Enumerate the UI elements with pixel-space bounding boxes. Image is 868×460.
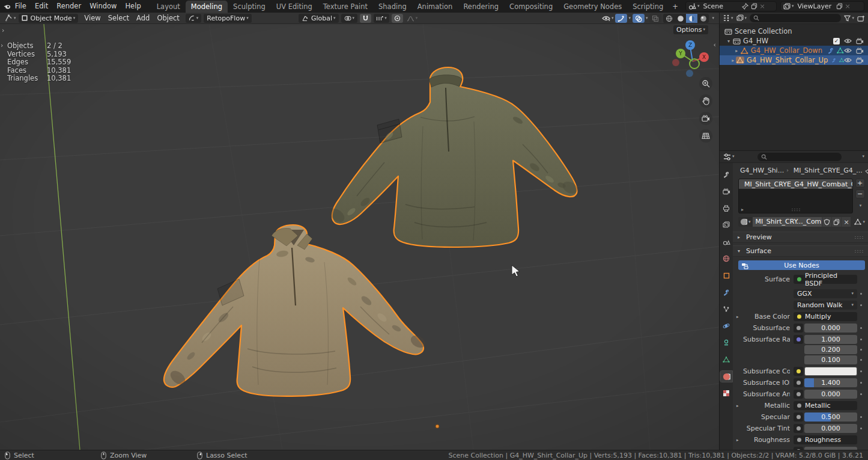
hide-eye-icon[interactable] [844,38,852,44]
viewport-3d[interactable]: › › ‹ Options ▾ Objects2 / 2 Vertices5,1… [0,24,719,450]
tab-particle-properties[interactable] [720,304,732,314]
expand-arrow-icon[interactable]: ▸ [736,438,743,443]
radius-z-field[interactable]: 0.100 [804,355,857,364]
outliner-search-input[interactable] [750,14,841,22]
tab-compositing[interactable]: Compositing [504,1,558,13]
proportional-falloff-dropdown[interactable]: ▾ [405,14,419,23]
blender-logo[interactable] [4,3,11,10]
gizmo-neg-y[interactable] [690,59,699,69]
modifier-wrench-icon[interactable] [827,47,834,54]
gizmo-y[interactable]: Y [676,49,685,58]
shading-wireframe-button[interactable] [663,14,675,23]
new-scene-icon[interactable] [751,3,757,10]
new-collection-icon[interactable] [857,15,865,22]
distribution-dropdown[interactable]: GGX ▾ [794,289,857,298]
preview-panel-header[interactable]: ▸ Preview [733,232,868,243]
pin-icon[interactable] [742,3,748,10]
mode-selector[interactable]: Object Mode ▾ [19,14,79,23]
menu-window[interactable]: Window [85,0,121,13]
sidebar-expand-arrow[interactable]: ‹ [714,41,716,49]
slot-list-expand-icon[interactable]: ▸ [741,207,744,212]
pivot-point-dropdown[interactable]: ▾ [341,14,358,23]
add-workspace-button[interactable]: + [669,1,682,13]
tab-output-properties[interactable] [720,203,732,213]
pin-icon[interactable] [865,167,868,174]
menu-object[interactable]: Object [153,14,183,22]
gizmo-neg-z[interactable] [686,70,693,77]
tab-shading[interactable]: Shading [373,1,412,13]
shading-material-preview-button[interactable] [686,14,697,23]
menu-render[interactable]: Render [52,0,85,13]
xray-toggle[interactable] [649,14,661,23]
mesh-data-icon[interactable] [839,57,844,63]
decorator-dot[interactable] [860,339,862,340]
delete-scene-icon[interactable]: × [760,2,765,10]
tab-object-properties[interactable] [720,270,732,281]
transform-orientation-dropdown[interactable]: Global ▾ [299,14,339,23]
decorator-dot[interactable] [860,416,862,418]
shading-rendered-button[interactable] [697,14,709,23]
collection-checkbox[interactable]: ✓ [833,38,840,44]
menu-view[interactable]: View [80,14,104,22]
tab-modifier-properties[interactable] [720,287,732,298]
specular-tint-field[interactable]: 0.000 [804,424,857,433]
tab-world-properties[interactable] [720,253,732,264]
panel-grip[interactable] [854,250,864,253]
tab-tool-properties[interactable] [720,169,732,180]
gizmo-x[interactable]: X [699,52,709,62]
roughness-field[interactable]: Roughness [794,435,857,444]
specular-field[interactable]: 0.500 [804,412,857,422]
menu-edit[interactable]: Edit [31,0,52,13]
browse-material-button[interactable]: ▾ [738,217,753,227]
expand-arrow-icon[interactable]: ▾ [724,38,733,44]
tab-sculpting[interactable]: Sculpting [228,1,271,13]
filter-icon[interactable] [844,15,851,22]
properties-search-input[interactable] [757,153,842,161]
outliner-row-scene-collection[interactable]: Scene Collection [720,26,868,36]
toolbar-expand-arrow[interactable]: › [2,26,4,34]
menu-add[interactable]: Add [133,14,153,22]
tab-physics-properties[interactable] [720,320,732,331]
perspective-toggle-button[interactable] [699,129,712,143]
subsurface-value-field[interactable]: 0.000 [804,324,857,333]
decorator-dot[interactable] [860,349,862,351]
new-material-icon[interactable] [831,217,841,227]
outliner-row-collection[interactable]: ▾ G4_HW ✓ [720,36,868,46]
slot-specials-icon[interactable]: ▾ [860,204,862,208]
retopoflow-menu[interactable]: RetopoFlow ▾ [204,14,251,23]
surface-panel-header[interactable]: ▾ Surface [733,245,868,257]
hide-eye-icon[interactable] [844,57,852,63]
tab-layout[interactable]: Layout [151,1,186,13]
editor-type-button[interactable]: ▾ [2,14,19,22]
shading-solid-button[interactable] [675,14,686,23]
pan-view-button[interactable] [699,94,712,108]
expand-arrow-icon[interactable]: ▸ [733,48,741,54]
breadcrumb-material[interactable]: MI_Shirt_CRYE_G4_... [794,167,863,174]
navigation-gizmo[interactable]: Z Y X [667,37,711,79]
gizmo-neg-x[interactable] [672,59,679,66]
use-nodes-button[interactable]: Use Nodes [738,260,865,270]
expand-arrow-icon[interactable]: ▸ [730,58,736,63]
outliner-editor-icon[interactable] [723,14,730,22]
subsurface-color-swatch[interactable] [804,367,857,376]
tab-uv-editing[interactable]: UV Editing [271,1,318,13]
add-slot-button[interactable]: + [855,179,865,188]
properties-editor-icon[interactable] [723,153,731,161]
decorator-dot[interactable] [860,359,862,361]
show-overlays-toggle[interactable] [633,14,645,23]
snap-toggle[interactable] [360,14,371,23]
menu-file[interactable]: File [11,0,31,13]
options-dropdown[interactable]: Options ▾ [673,25,708,34]
decorator-dot[interactable] [860,393,862,395]
material-link-dropdown[interactable]: ▾ [854,219,865,225]
new-viewlayer-icon[interactable] [836,3,843,10]
remove-slot-button[interactable]: − [855,189,865,198]
tab-material-properties[interactable] [720,371,732,382]
tab-data-properties[interactable] [720,354,732,365]
decorator-dot[interactable] [860,304,862,306]
decorator-dot[interactable] [860,293,862,295]
tab-animation[interactable]: Animation [412,1,458,13]
render-camera-icon[interactable] [856,38,864,44]
tab-geometry-nodes[interactable]: Geometry Nodes [558,1,627,13]
sss-method-dropdown[interactable]: Random Walk ▾ [794,301,857,310]
